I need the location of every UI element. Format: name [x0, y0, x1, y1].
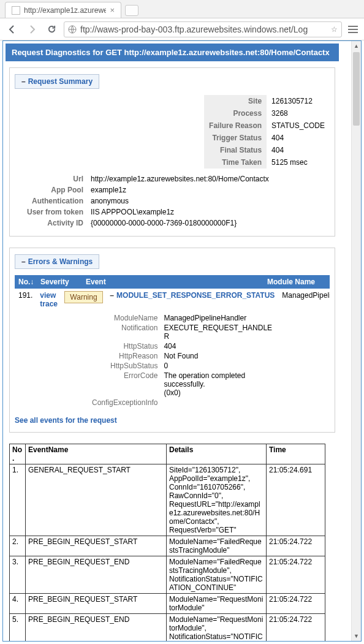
summary-key: Trigger Status: [204, 132, 267, 144]
summary-value: {00000000-0000-0000-7369-0180000000F1}: [88, 218, 330, 229]
detail-key: HttpStatus: [88, 341, 161, 351]
summary-right-table: Site1261305712Process3268Failure ReasonS…: [15, 95, 330, 169]
detail-key: ConfigExceptionInfo: [88, 398, 161, 407]
summary-value: 5125 msec: [267, 156, 330, 169]
event-no: 5.: [10, 614, 26, 642]
detail-value: 404: [161, 341, 278, 351]
forward-button[interactable]: [25, 22, 39, 37]
event-name: PRE_BEGIN_REQUEST_START: [26, 536, 167, 556]
error-detail: ModuleNameManagedPipelineHandlerNotifica…: [88, 313, 330, 407]
browser-tab[interactable]: http://example1z.azurewe ×: [5, 2, 121, 18]
summary-key: Time Taken: [204, 156, 267, 169]
event-no: 1.: [10, 464, 26, 536]
detail-value: ManagedPipelineHandler: [161, 313, 278, 323]
summary-value: 3268: [267, 107, 330, 119]
page-favicon: [12, 6, 20, 15]
page-content-frame: Request Diagnostics for GET http://examp…: [2, 40, 362, 642]
back-button[interactable]: [5, 22, 20, 37]
new-tab-button[interactable]: [125, 5, 138, 16]
browser-tabstrip: http://example1z.azurewe ×: [0, 0, 364, 18]
detail-value: [161, 398, 278, 407]
event-time: 21:05:24.722: [267, 594, 325, 614]
col-details: Details: [167, 444, 267, 464]
errors-warnings-toggle[interactable]: –Errors & Warnings: [15, 254, 99, 269]
detail-key: Notification: [88, 323, 161, 341]
col-module[interactable]: Module Name: [264, 275, 330, 289]
error-row: 191. view trace Warning –MODULE_SET_RESP…: [15, 289, 330, 309]
bookmark-star-icon[interactable]: ☆: [331, 25, 338, 34]
detail-value: 0: [161, 361, 278, 371]
summary-value: STATUS_CODE: [267, 119, 330, 132]
event-row: 2.PRE_BEGIN_REQUEST_STARTModuleName="Fai…: [10, 536, 325, 556]
summary-key: User from token: [15, 206, 88, 218]
event-time: 21:05:24.691: [267, 464, 325, 536]
col-no[interactable]: No.↓: [15, 275, 37, 289]
summary-key: Failure Reason: [204, 119, 267, 132]
summary-key: Url: [15, 173, 88, 184]
event-details: ModuleName="FailedRequestsTracingModule"…: [167, 556, 267, 594]
request-diagnostics-header: Request Diagnostics for GET http://examp…: [6, 44, 339, 61]
error-no: 191.: [15, 290, 36, 309]
scroll-up-arrow[interactable]: ▲: [352, 41, 361, 51]
detail-key: HttpSubStatus: [88, 361, 161, 371]
summary-key: Final Status: [204, 144, 267, 156]
request-summary-label: Request Summary: [28, 77, 93, 86]
col-eventname: EventName: [26, 444, 167, 464]
col-no: No.: [10, 444, 26, 464]
event-no: 2.: [10, 536, 26, 556]
summary-value: 404: [267, 144, 330, 156]
events-table: No. EventName Details Time 1.GENERAL_REQ…: [9, 444, 325, 641]
event-name: PRE_BEGIN_REQUEST_END: [26, 614, 167, 642]
request-summary-toggle[interactable]: –Request Summary: [15, 74, 99, 89]
summary-value: IIS APPPOOL\example1z: [88, 206, 330, 218]
globe-icon: [68, 25, 77, 34]
event-row: 5.PRE_BEGIN_REQUEST_ENDModuleName="Reque…: [10, 614, 325, 642]
event-details: ModuleName="FailedRequestsTracingModule": [167, 536, 267, 556]
detail-key: ErrorCode: [88, 371, 161, 398]
col-severity[interactable]: Severity: [37, 275, 82, 289]
detail-key: ModuleName: [88, 313, 161, 323]
browser-toolbar: ftp://waws-prod-bay-003.ftp.azurewebsite…: [0, 18, 364, 40]
errors-warnings-label: Errors & Warnings: [28, 257, 93, 266]
summary-value: 1261305712: [267, 95, 330, 107]
summary-key: Authentication: [15, 195, 88, 206]
summary-value: 404: [267, 132, 330, 144]
detail-value: Not Found: [161, 351, 278, 361]
summary-key: Site: [204, 95, 267, 107]
summary-value: anonymous: [88, 195, 330, 206]
severity-badge: Warning: [64, 291, 102, 303]
event-details: ModuleName="RequestMonitorModule", Notif…: [167, 614, 267, 642]
event-row: 1.GENERAL_REQUEST_STARTSiteId="126130571…: [10, 464, 325, 536]
event-row: 3.PRE_BEGIN_REQUEST_ENDModuleName="Faile…: [10, 556, 325, 594]
detail-value: The operation completed successfully. (0…: [161, 371, 278, 398]
vertical-scrollbar[interactable]: ▲ ▼: [351, 41, 361, 641]
errors-warnings-panel: –Errors & Warnings No.↓ Severity Event M…: [9, 248, 335, 433]
summary-value: example1z: [88, 184, 330, 195]
event-name: PRE_BEGIN_REQUEST_START: [26, 594, 167, 614]
event-name: PRE_BEGIN_REQUEST_END: [26, 556, 167, 594]
tab-title: http://example1z.azurewe: [24, 6, 106, 15]
view-trace-link[interactable]: view trace: [40, 291, 58, 308]
chrome-menu-button[interactable]: [347, 26, 359, 33]
scroll-down-arrow[interactable]: ▼: [352, 631, 361, 641]
collapse-icon: –: [21, 257, 26, 266]
event-row: 4.PRE_BEGIN_REQUEST_STARTModuleName="Req…: [10, 594, 325, 614]
see-all-events-link[interactable]: See all events for the request: [15, 416, 117, 425]
collapse-icon: –: [21, 77, 26, 86]
col-time: Time: [267, 444, 325, 464]
request-summary-panel: –Request Summary Site1261305712Process32…: [9, 67, 335, 237]
summary-value: http://example1z.azurewebsites.net:80/Ho…: [88, 173, 330, 184]
summary-key: Activity ID: [15, 218, 88, 229]
event-details: SiteId="1261305712", AppPoolId="example1…: [167, 464, 267, 536]
tab-close-button[interactable]: ×: [110, 7, 115, 13]
summary-key: Process: [204, 107, 267, 119]
error-event[interactable]: –MODULE_SET_RESPONSE_ERROR_STATUS: [106, 290, 278, 309]
scroll-thumb[interactable]: [353, 52, 360, 126]
col-event[interactable]: Event: [82, 275, 264, 289]
event-time: 21:05:24.722: [267, 536, 325, 556]
address-bar[interactable]: ftp://waws-prod-bay-003.ftp.azurewebsite…: [64, 21, 342, 37]
error-module: ManagedPipelineHa: [278, 290, 330, 309]
event-time: 21:05:24.722: [267, 614, 325, 642]
reload-button[interactable]: [44, 22, 59, 37]
detail-value: EXECUTE_REQUEST_HANDLER: [161, 323, 278, 341]
